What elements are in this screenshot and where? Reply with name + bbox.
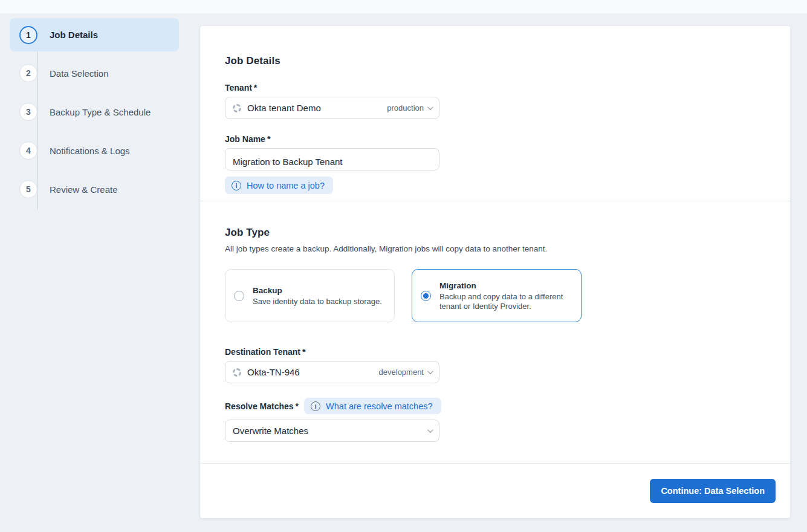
info-icon: i bbox=[232, 181, 241, 190]
continue-data-selection-button[interactable]: Continue: Data Selection bbox=[650, 479, 776, 503]
required-marker: * bbox=[254, 83, 257, 92]
stepper-item-review-create[interactable]: 5 Review & Create bbox=[10, 176, 179, 203]
section-title-job-type: Job Type bbox=[225, 227, 766, 239]
stepper-item-job-details[interactable]: 1 Job Details bbox=[10, 18, 179, 51]
step-label: Data Selection bbox=[50, 68, 109, 79]
tenant-label: Tenant* bbox=[225, 83, 766, 92]
job-type-option-backup[interactable]: Backup Save identity data to backup stor… bbox=[225, 269, 395, 322]
resolve-help-link-text: What are resolve matches? bbox=[326, 401, 433, 411]
destination-tenant-label: Destination Tenant* bbox=[225, 347, 766, 357]
job-details-section: Job Details Tenant* Okta tenant Demo pro… bbox=[200, 26, 790, 201]
required-marker: * bbox=[296, 401, 299, 411]
job-name-input[interactable] bbox=[225, 148, 439, 170]
option-description: Save identity data to backup storage. bbox=[253, 297, 382, 306]
destination-tenant-select[interactable]: Okta-TN-946 development bbox=[225, 361, 439, 383]
job-type-option-migration[interactable]: Migration Backup and copy data to a diff… bbox=[412, 269, 582, 322]
chevron-down-icon bbox=[427, 427, 433, 433]
resolve-matches-label: Resolve Matches* bbox=[225, 401, 299, 411]
step-number-badge: 2 bbox=[19, 64, 37, 82]
okta-tenant-icon bbox=[233, 368, 241, 377]
okta-tenant-icon bbox=[233, 104, 241, 112]
required-marker: * bbox=[302, 347, 305, 357]
destination-tenant-value: Okta-TN-946 bbox=[247, 367, 379, 377]
tenant-select[interactable]: Okta tenant Demo production bbox=[225, 97, 439, 119]
help-link-text: How to name a job? bbox=[247, 181, 325, 190]
step-label: Job Details bbox=[50, 30, 98, 40]
step-label: Review & Create bbox=[50, 184, 118, 195]
chevron-down-icon bbox=[427, 104, 433, 110]
option-description: Backup and copy data to a different tena… bbox=[439, 292, 569, 311]
resolve-matches-select[interactable]: Overwrite Matches bbox=[225, 420, 439, 442]
resolve-matches-value: Overwrite Matches bbox=[233, 426, 308, 436]
option-title: Migration bbox=[439, 281, 569, 290]
stepper-item-notifications-logs[interactable]: 4 Notifications & Logs bbox=[10, 137, 179, 164]
job-type-section: Job Type All job types create a backup. … bbox=[200, 201, 790, 463]
wizard-footer: Continue: Data Selection bbox=[200, 463, 790, 518]
how-to-name-job-link[interactable]: i How to name a job? bbox=[225, 177, 333, 194]
job-wizard-panel: Job Details Tenant* Okta tenant Demo pro… bbox=[200, 26, 790, 518]
stepper-item-backup-type-schedule[interactable]: 3 Backup Type & Schedule bbox=[10, 99, 179, 125]
radio-checked-icon[interactable] bbox=[421, 291, 431, 301]
step-number-badge: 1 bbox=[19, 26, 37, 44]
step-number-badge: 5 bbox=[19, 180, 37, 198]
job-type-subtitle: All job types create a backup. Additiona… bbox=[225, 244, 766, 253]
job-type-options: Backup Save identity data to backup stor… bbox=[225, 269, 766, 322]
radio-unchecked-icon[interactable] bbox=[234, 291, 244, 301]
section-title-job-details: Job Details bbox=[225, 55, 766, 67]
info-icon: i bbox=[311, 401, 320, 411]
step-number-badge: 3 bbox=[19, 103, 37, 121]
step-label: Backup Type & Schedule bbox=[50, 107, 151, 117]
required-marker: * bbox=[267, 134, 270, 144]
step-number-badge: 4 bbox=[19, 141, 37, 160]
job-name-label: Job Name* bbox=[225, 134, 766, 144]
stepper-item-data-selection[interactable]: 2 Data Selection bbox=[10, 60, 179, 86]
tenant-value: Okta tenant Demo bbox=[247, 103, 387, 113]
option-title: Backup bbox=[253, 286, 382, 295]
what-are-resolve-matches-link[interactable]: i What are resolve matches? bbox=[304, 398, 441, 414]
tenant-environment-badge: production bbox=[387, 103, 424, 112]
destination-environment-badge: development bbox=[379, 368, 424, 377]
chevron-down-icon bbox=[427, 368, 433, 374]
step-label: Notifications & Logs bbox=[50, 146, 130, 156]
top-bar bbox=[0, 0, 807, 13]
resolve-matches-row: Resolve Matches* i What are resolve matc… bbox=[225, 398, 766, 414]
